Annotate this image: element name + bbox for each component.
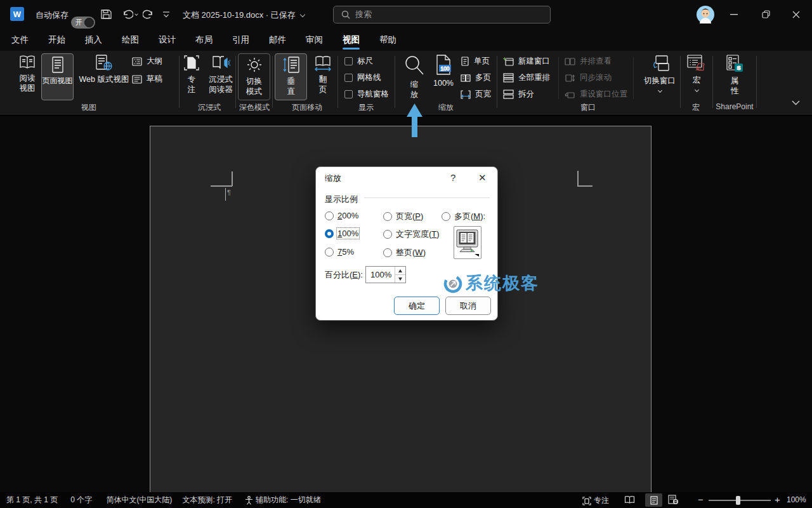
tab-home[interactable]: 开始 [44, 29, 70, 51]
tab-mailings[interactable]: 邮件 [265, 29, 291, 51]
tab-view[interactable]: 视图 [338, 29, 364, 51]
group-divider [179, 56, 180, 108]
radio-75[interactable]: 75% [325, 247, 354, 257]
svg-text:S: S [737, 65, 740, 71]
minimize-button[interactable] [723, 0, 745, 29]
dark-mode-toggle-button[interactable]: 切换 模式 [238, 53, 270, 100]
radio-whole-page[interactable]: 整页(W) [383, 247, 426, 258]
vertical-movement-button[interactable]: 垂 直 [275, 53, 307, 100]
zoom-button[interactable]: 缩 放 [401, 55, 428, 100]
radio-100[interactable]: 100% [325, 229, 358, 238]
restore-button[interactable] [755, 0, 776, 29]
tab-draw[interactable]: 绘图 [117, 29, 143, 51]
tab-design[interactable]: 设计 [154, 29, 180, 51]
cancel-button[interactable]: 取消 [445, 297, 491, 315]
zoom-100-button[interactable]: 100 100% [430, 55, 457, 88]
immersive-reader-icon [211, 55, 230, 71]
arrange-all-button[interactable]: 全部重排 [503, 72, 550, 83]
ribbon: 阅读 视图 页面视图 Web 版式视图 大纲 草稿 视图 专 注 沉浸式 阅读器 [0, 51, 812, 116]
radio-many-pages-circle[interactable] [442, 212, 450, 221]
page-indicator[interactable]: 第 1 页, 共 1 页 [6, 495, 58, 505]
crop-mark-right-vertical [577, 171, 579, 186]
focus-button[interactable]: 专 注 [180, 55, 203, 95]
page-width-button[interactable]: 页宽 [461, 89, 491, 100]
radio-page-width-circle[interactable] [383, 212, 392, 221]
macro-icon [687, 55, 706, 72]
spinner-up-button[interactable] [395, 267, 405, 274]
web-layout-button[interactable]: Web 版式视图 [76, 55, 132, 84]
one-page-button[interactable]: 单页 [461, 56, 490, 67]
radio-text-width-circle[interactable] [383, 230, 392, 239]
properties-button[interactable]: S 属 性 [721, 55, 749, 97]
dialog-close-icon[interactable]: ✕ [478, 172, 487, 184]
tab-file[interactable]: 文件 [7, 29, 33, 51]
navigation-pane-checkbox-row[interactable]: 导航窗格 [344, 89, 389, 100]
dialog-help-icon[interactable]: ? [450, 172, 455, 183]
zoom-percentage[interactable]: 100% [787, 495, 806, 504]
title-bar: W 自动保存 开 文档 2025-10-19.docx · 已保存 搜索 [0, 0, 812, 29]
save-icon[interactable] [100, 8, 112, 20]
zoom-icon [403, 55, 425, 76]
draft-view-button[interactable]: 草稿 [132, 74, 162, 84]
radio-100-circle[interactable] [325, 229, 334, 238]
new-window-button[interactable]: 新建窗口 [503, 56, 550, 67]
search-input[interactable]: 搜索 [333, 6, 551, 23]
document-title[interactable]: 文档 2025-10-19.docx · 已保存 [183, 10, 304, 21]
focus-mode-button[interactable]: 专注 [582, 495, 609, 506]
web-layout-view-button[interactable] [668, 495, 678, 504]
radio-200-circle[interactable] [325, 211, 334, 220]
svg-text:W: W [13, 10, 22, 19]
word-count[interactable]: 0 个字 [70, 495, 92, 505]
spinner-down-button[interactable] [395, 274, 405, 283]
radio-many-pages[interactable]: 多页(M): [442, 211, 485, 222]
tab-insert[interactable]: 插入 [81, 29, 107, 51]
ruler-checkbox-row[interactable]: 标尺 [344, 56, 373, 67]
tab-review[interactable]: 审阅 [301, 29, 327, 51]
gridlines-checkbox[interactable] [344, 74, 353, 82]
quick-access-overflow-icon[interactable] [162, 11, 170, 18]
title-dropdown-icon [299, 11, 304, 17]
tab-layout[interactable]: 布局 [191, 29, 217, 51]
search-placeholder: 搜索 [355, 9, 372, 20]
zoom-in-button[interactable]: + [775, 494, 780, 505]
many-pages-monitor-picker[interactable] [454, 226, 481, 259]
flip-page-button[interactable]: 翻 页 [309, 55, 337, 95]
outline-view-button[interactable]: 大纲 [132, 56, 162, 67]
read-mode-button[interactable] [624, 495, 635, 504]
read-view-button[interactable]: 阅读 视图 [10, 55, 44, 94]
undo-dropdown-icon[interactable] [134, 12, 138, 16]
radio-text-width[interactable]: 文字宽度(T) [383, 229, 440, 240]
immersive-reader-button[interactable]: 沉浸式 阅读器 [204, 55, 237, 95]
zoom-slider-handle[interactable] [736, 496, 740, 505]
redo-button[interactable] [143, 8, 154, 20]
split-button[interactable]: 拆分 [503, 89, 534, 100]
gridlines-checkbox-row[interactable]: 网格线 [344, 72, 381, 83]
close-button[interactable] [785, 0, 807, 29]
accessibility-indicator[interactable]: 辅助功能: 一切就绪 [245, 495, 321, 505]
tab-references[interactable]: 引用 [228, 29, 254, 51]
percent-spinner[interactable]: 100% [365, 266, 406, 283]
multiple-pages-button[interactable]: 多页 [461, 72, 491, 83]
ribbon-collapse-chevron-icon[interactable] [792, 100, 800, 105]
ruler-checkbox[interactable] [344, 57, 353, 65]
percent-value[interactable]: 100% [366, 267, 395, 283]
macros-button[interactable]: 宏 [685, 55, 708, 91]
avatar[interactable] [697, 6, 714, 23]
accessibility-icon [245, 496, 253, 505]
radio-page-width[interactable]: 页宽(P) [383, 211, 423, 222]
language-indicator[interactable]: 简体中文(中国大陆) [106, 495, 172, 505]
radio-whole-page-circle[interactable] [383, 248, 392, 257]
navigation-pane-checkbox[interactable] [344, 90, 353, 98]
print-layout-view-button[interactable] [645, 493, 662, 507]
radio-75-circle[interactable] [325, 248, 334, 257]
radio-200[interactable]: 200% [325, 211, 358, 220]
ok-button[interactable]: 确定 [394, 297, 440, 315]
tab-help[interactable]: 帮助 [375, 29, 401, 51]
zoom-out-button[interactable]: − [698, 494, 704, 505]
undo-button[interactable] [122, 8, 138, 20]
text-prediction-indicator[interactable]: 文本预测: 打开 [182, 495, 232, 505]
autosave-toggle[interactable]: 开 [71, 17, 95, 29]
print-layout-button[interactable]: 页面视图 [41, 53, 74, 100]
group-label-dark-mode: 深色模式 [239, 102, 270, 113]
switch-windows-button[interactable]: 切换窗口 [639, 55, 680, 92]
